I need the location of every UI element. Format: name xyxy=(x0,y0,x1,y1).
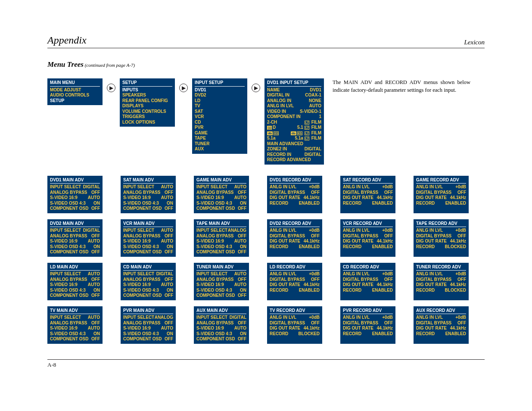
box-title: SAT RECORD ADV xyxy=(343,177,393,184)
menu-item: TV xyxy=(195,103,245,109)
subtitle-note: (continued from page A-7) xyxy=(85,62,135,68)
setting-row: INPUT SELECTDIGITAL xyxy=(50,184,100,190)
main-adv-box: TAPE MAIN ADVINPUT SELECTANALOGANALOG BY… xyxy=(194,219,249,257)
setting-row: S-VIDEO OSD 4:3ON xyxy=(123,331,173,337)
menu-row: RECORD INDIGITAL xyxy=(267,152,321,158)
setting-row: RECORDENABLED xyxy=(343,244,393,250)
setting-row: S-VIDEO OSD 4:3ON xyxy=(196,288,246,293)
main-adv-box: AUX MAIN ADVINPUT SELECTDIGITALANALOG BY… xyxy=(194,306,249,344)
setting-row: DIGITAL BYPASSOFF xyxy=(416,190,466,196)
setting-row: INPUT SELECTAUTO xyxy=(123,184,173,190)
box-title: TV RECORD ADV xyxy=(270,308,320,314)
setting-row: ANLG IN LVL+0dB xyxy=(343,184,393,190)
setting-row: INPUT SELECTDIGITAL xyxy=(196,315,246,321)
dvd1-input-setup-box: DVD1 INPUT SETUP NAMEDVD1DIGITAL INCOAX-… xyxy=(264,78,324,165)
setting-row: RECORDBLOCKED xyxy=(270,331,320,337)
main-adv-box: CD MAIN ADVINPUT SELECTDIGITALANALOG BYP… xyxy=(121,263,176,300)
setting-row: RECORDENABLED xyxy=(343,201,393,206)
menu-item-highlight: DVD1 xyxy=(195,87,245,93)
setting-row: RECORDENABLED xyxy=(270,288,320,293)
record-adv-box: TV RECORD ADVANLG IN LVL+0dBDIGITAL BYPA… xyxy=(267,306,322,344)
menu-item: VOLUME CONTROLS xyxy=(122,109,172,115)
setting-row: S-VIDEO 16:9AUTO xyxy=(196,326,246,331)
setting-row: S-VIDEO 16:9AUTO xyxy=(50,239,100,244)
box-title: DVD1 INPUT SETUP xyxy=(267,80,321,87)
setting-row: S-VIDEO 16:9AUTO xyxy=(50,282,100,288)
record-adv-box: CD RECORD ADVANLG IN LVL+0dBDIGITAL BYPA… xyxy=(340,263,395,300)
setting-row: ANLG IN LVL+0dB xyxy=(270,228,320,234)
menu-item: LOCK OPTIONS xyxy=(122,120,172,125)
main-adv-box: SAT MAIN ADVINPUT SELECTAUTOANALOG BYPAS… xyxy=(121,176,176,213)
menu-item: DISPLAYS xyxy=(122,103,172,109)
record-adv-box: VCR RECORD ADVANLG IN LVL+0dBDIGITAL BYP… xyxy=(340,219,395,257)
setting-row: S-VIDEO OSD 4:3ON xyxy=(50,331,100,337)
main-adv-box: DVD1 MAIN ADVINPUT SELECTDIGITALANALOG B… xyxy=(47,176,103,213)
setting-row: S-VIDEO 16:9AUTO xyxy=(123,326,173,331)
setting-row: RECORDBLOCKED xyxy=(416,244,466,250)
box-title: CD RECORD ADV xyxy=(343,265,393,271)
setting-row: COMPONENT OSDOFF xyxy=(196,249,246,255)
menu-row: ANALOG INNONE xyxy=(267,98,321,104)
subtitle: Menu Trees xyxy=(47,60,84,68)
setting-row: S-VIDEO OSD 4:3ON xyxy=(123,244,173,250)
setting-row: RECORDENABLED xyxy=(343,331,393,337)
setting-row: DIG OUT RATE44.1kHz xyxy=(416,326,466,331)
menu-row: dtsESdtsES L7 FILM xyxy=(267,131,321,136)
menu-row: RECORD ADVANCED xyxy=(267,157,321,163)
setting-row: DIGITAL BYPASSOFF xyxy=(343,234,393,239)
box-title: MAIN MENU xyxy=(50,80,100,87)
setting-row: COMPONENT OSDOFF xyxy=(50,206,100,212)
page-section-title: Appendix xyxy=(47,34,87,46)
setting-row: COMPONENT OSDOFF xyxy=(123,336,173,342)
box-title: PVR MAIN ADV xyxy=(123,308,173,314)
main-adv-box: TUNER MAIN ADVINPUT SELECTAUTOANALOG BYP… xyxy=(194,263,249,300)
nav-arrow-icon: ▶ xyxy=(107,84,115,92)
setting-row: INPUT SELECTAUTO xyxy=(196,184,246,190)
setting-row: ANALOG BYPASSOFF xyxy=(196,321,246,326)
setting-row: ANLG IN LVL+0dB xyxy=(416,184,466,190)
setting-row: DIG OUT RATE44.1kHz xyxy=(270,282,320,288)
main-menu-box: MAIN MENU MODE ADJUST AUDIO CONTROLS SET… xyxy=(47,78,103,105)
main-adv-box: VCR MAIN ADVINPUT SELECTAUTOANALOG BYPAS… xyxy=(121,219,176,257)
setting-row: DIG OUT RATE44.1kHz xyxy=(270,195,320,201)
main-adv-box: DVD2 MAIN ADVINPUT SELECTDIGITALANALOG B… xyxy=(47,219,103,257)
setting-row: COMPONENT OSDOFF xyxy=(196,336,246,342)
setting-row: S-VIDEO 16:9AUTO xyxy=(50,326,100,331)
setting-row: INPUT SELECTAUTO xyxy=(50,315,100,321)
box-title: TAPE RECORD ADV xyxy=(416,221,466,227)
setting-row: S-VIDEO OSD 4:3ON xyxy=(123,201,173,206)
setting-row: COMPONENT OSDOFF xyxy=(196,293,246,299)
setting-row: S-VIDEO 16:9AUTO xyxy=(196,282,246,288)
setting-row: ANLG IN LVL+0dB xyxy=(270,271,320,277)
box-title: DVD1 RECORD ADV xyxy=(270,177,320,184)
menu-row: VIDEO INS-VIDEO-1 xyxy=(267,109,321,115)
menu-item: CD xyxy=(195,120,245,125)
setting-row: DIGITAL BYPASSOFF xyxy=(270,277,320,283)
record-adv-box: TUNER RECORD ADVANLG IN LVL+0dBDIGITAL B… xyxy=(414,263,469,300)
menu-item: AUDIO CONTROLS xyxy=(50,93,100,98)
main-adv-box: TV MAIN ADVINPUT SELECTAUTOANALOG BYPASS… xyxy=(47,306,103,344)
box-title: AUX MAIN ADV xyxy=(196,308,246,314)
settings-grid: DVD1 MAIN ADVINPUT SELECTDIGITALANALOG B… xyxy=(47,176,485,344)
setting-row: ANLG IN LVL+0dB xyxy=(343,271,393,277)
setting-row: DIG OUT RATE44.1kHz xyxy=(416,195,466,201)
box-title: LD MAIN ADV xyxy=(50,265,100,271)
setting-row: INPUT SELECTANALOG xyxy=(196,228,246,234)
box-title: TUNER RECORD ADV xyxy=(416,265,466,271)
setting-row: ANALOG BYPASSOFF xyxy=(50,277,100,283)
setting-row: RECORDBLOCKED xyxy=(416,288,466,293)
setting-row: COMPONENT OSDOFF xyxy=(50,293,100,299)
setting-row: RECORDENABLED xyxy=(416,331,466,337)
box-title: DVD1 MAIN ADV xyxy=(50,177,100,184)
box-title: TV MAIN ADV xyxy=(50,308,100,314)
setting-row: S-VIDEO OSD 4:3ON xyxy=(196,331,246,337)
menu-row: 2-CHL7 FILM xyxy=(267,120,321,125)
setup-box: SETUP INPUTS SPEAKERS REAR PANEL CONFIG … xyxy=(120,78,175,127)
setting-row: ANALOG BYPASSOFF xyxy=(196,190,246,196)
menu-row: 5.1a5.1a L7 FILM xyxy=(267,136,321,141)
brand-name: Lexicon xyxy=(464,39,485,46)
record-adv-box: AUX RECORD ADVANLG IN LVL+0dBDIGITAL BYP… xyxy=(414,306,469,344)
menu-item: PVR xyxy=(195,125,245,131)
record-adv-box: TAPE RECORD ADVANLG IN LVL+0dBDIGITAL BY… xyxy=(414,219,469,257)
record-adv-box: DVD2 RECORD ADVANLG IN LVL+0dBDIGITAL BY… xyxy=(267,219,322,257)
